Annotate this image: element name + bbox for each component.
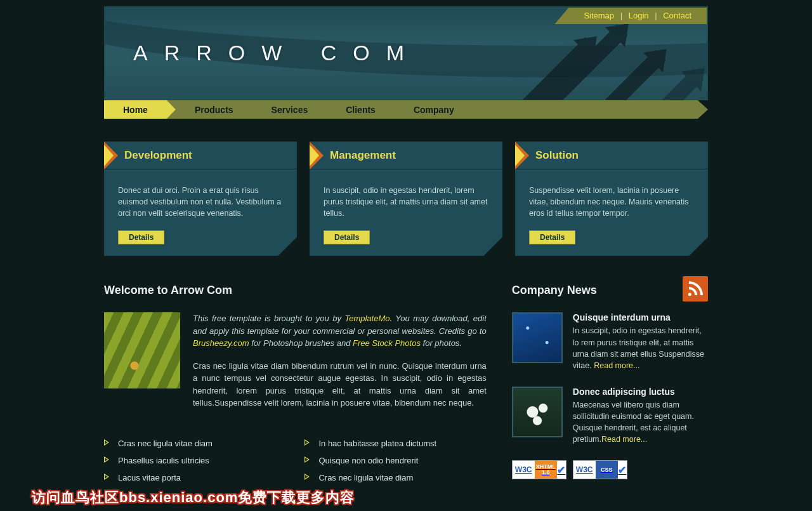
feature-text: Suspendisse velit lorem, lacinia in posu… (515, 169, 708, 230)
details-button[interactable]: Details (324, 230, 370, 244)
welcome-heading: Welcome to Arrow Com (104, 284, 487, 297)
menu-services[interactable]: Services (252, 100, 327, 119)
feature-development: Development Donec at dui orci. Proin a e… (104, 142, 297, 256)
news-title: Donec adipiscing luctus (573, 387, 708, 397)
list-item[interactable]: Cras nec ligula vitae diam (104, 435, 285, 452)
list-item[interactable]: In hac habitasse platea dictumst (304, 435, 486, 452)
feature-title: Solution (535, 149, 579, 162)
details-button[interactable]: Details (118, 230, 164, 244)
details-button[interactable]: Details (529, 230, 575, 244)
news-text: Maecenas vel libero quis diam sollicitud… (573, 399, 708, 446)
menu-company[interactable]: Company (395, 100, 473, 119)
feature-title: Development (124, 149, 192, 162)
menu-products[interactable]: Products (176, 100, 252, 119)
rss-icon[interactable] (683, 276, 708, 302)
feature-title: Management (330, 149, 396, 162)
link-freestock[interactable]: Free Stock Photos (353, 338, 421, 348)
xhtml-badge[interactable]: W3C XHTML1.0 ✔ (512, 460, 566, 479)
news-title: Quisque interdum urna (573, 312, 708, 322)
arrow-icon (310, 142, 324, 169)
news-text: In suscipit, odio in egestas hendrerit, … (573, 325, 708, 371)
news-section: Company News Quisque interdum urna In su… (512, 284, 708, 486)
welcome-p1: This free template is brought to you by … (193, 312, 487, 350)
welcome-section: Welcome to Arrow Com This free template … (104, 284, 487, 486)
menu-clients[interactable]: Clients (327, 100, 395, 119)
feature-text: In suscipit, odio in egestas hendrerit, … (310, 169, 502, 230)
menu-home[interactable]: Home (104, 100, 176, 119)
arrow-icon (104, 142, 118, 169)
list-item[interactable]: Cras nec ligula vitae diam (304, 469, 486, 486)
main-menu: Home Products Services Clients Company (104, 100, 708, 119)
feature-solution: Solution Suspendisse velit lorem, lacini… (515, 142, 708, 256)
arrow-icon (515, 142, 529, 169)
list-item[interactable]: Quisque non odio hendrerit (304, 452, 486, 469)
site-title: ARROW COM (105, 8, 707, 65)
svg-point-0 (688, 293, 691, 296)
validator-badges: W3C XHTML1.0 ✔ W3C CSS ✔ (512, 460, 708, 479)
list-item[interactable]: Lacus vitae porta (104, 469, 285, 486)
link-templatemo[interactable]: TemplateMo (344, 314, 390, 323)
read-more-link[interactable]: Read more... (601, 435, 647, 444)
welcome-image (104, 312, 180, 388)
news-item: Quisque interdum urna In suscipit, odio … (512, 312, 708, 371)
page-header: Sitemap | Login | Contact ARROW COM (104, 6, 708, 100)
link-brusheezy[interactable]: Brusheezy.com (193, 338, 249, 348)
news-image (512, 312, 563, 363)
overlay-banner: 访问血鸟社区bbs.xieniao.com免费下载更多内容 (32, 488, 355, 505)
news-item: Donec adipiscing luctus Maecenas vel lib… (512, 387, 708, 446)
read-more-link[interactable]: Read more... (594, 361, 639, 370)
feature-text: Donec at dui orci. Proin a erat quis ris… (104, 169, 297, 230)
link-columns: Cras nec ligula vitae diam Phasellus iac… (104, 435, 487, 486)
features-row: Development Donec at dui orci. Proin a e… (104, 142, 708, 256)
css-badge[interactable]: W3C CSS ✔ (573, 460, 627, 479)
feature-management: Management In suscipit, odio in egestas … (310, 142, 502, 256)
news-heading: Company News (512, 284, 708, 297)
list-item[interactable]: Phasellus iaculis ultricies (104, 452, 285, 469)
welcome-p2: Cras nec ligula vitae diam bibendum rutr… (193, 360, 487, 409)
news-image (512, 387, 563, 437)
